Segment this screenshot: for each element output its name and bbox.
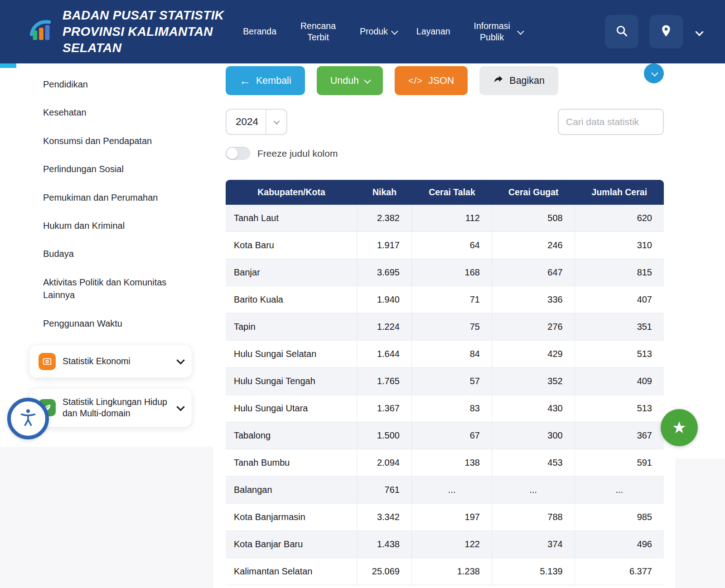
value-cell: 985 — [575, 504, 664, 531]
value-cell: 1.940 — [357, 286, 412, 313]
column-header-cerai-talak: Cerai Talak — [412, 180, 492, 205]
sidebar-group-label: Statistik Ekonomi — [63, 356, 170, 367]
value-cell: 374 — [492, 531, 575, 558]
location-button[interactable] — [649, 15, 683, 48]
value-cell: 352 — [492, 368, 575, 395]
code-icon: </> — [408, 76, 423, 86]
nav-item-produk[interactable]: Produk — [360, 26, 396, 37]
value-cell: 591 — [575, 449, 664, 477]
value-cell: 6.377 — [575, 558, 664, 585]
sidebar-item-konsumsi-dan-pendapatan[interactable]: Konsumsi dan Pendapatan — [43, 135, 181, 147]
main-content: ← Kembali Unduh </> JSON Bagikan — [196, 66, 725, 585]
nav-item-informasi-publik[interactable]: Informasi Publik — [470, 20, 522, 43]
row-label-cell: Tabalong — [226, 422, 357, 449]
chevron-down-icon — [273, 118, 280, 125]
row-label-cell: Kota Baru — [226, 232, 357, 259]
value-cell: 1.438 — [357, 531, 412, 558]
chevron-down-icon — [517, 28, 524, 35]
row-label-cell: Hulu Sungai Selatan — [226, 341, 357, 368]
year-select[interactable]: 2024 — [226, 109, 287, 135]
table-body: Tanah Laut2.382112508620Kota Baru1.91764… — [226, 205, 664, 585]
location-pin-icon — [659, 24, 673, 39]
nav-item-label: Produk — [360, 26, 388, 37]
column-header-kabupaten-kota: Kabupaten/Kota — [226, 180, 357, 205]
row-label-cell: Hulu Sungai Utara — [226, 395, 357, 422]
value-cell: 761 — [357, 477, 412, 504]
sidebar-item-hukum-dan-kriminal[interactable]: Hukum dan Kriminal — [43, 219, 181, 232]
value-cell: 513 — [575, 395, 664, 422]
value-cell: 1.765 — [357, 368, 412, 395]
value-cell: ... — [492, 477, 575, 504]
row-label-cell: Kota Banjarmasin — [226, 504, 357, 531]
collapse-panel-button[interactable] — [644, 63, 664, 83]
nav-item-layanan[interactable]: Layanan — [416, 26, 450, 37]
table-row: Kalimantan Selatan25.0691.2385.1396.377 — [226, 558, 664, 585]
value-cell: 138 — [412, 449, 492, 477]
value-cell: 409 — [575, 368, 664, 395]
value-cell: 310 — [575, 232, 664, 259]
sidebar-items: PendidikanKesehatanKonsumsi dan Pendapat… — [43, 78, 196, 330]
header-actions — [605, 15, 702, 48]
sidebar-item-pendidikan[interactable]: Pendidikan — [43, 78, 181, 91]
sidebar-item-budaya[interactable]: Budaya — [43, 247, 181, 260]
chevron-down-icon — [651, 69, 658, 77]
table-row: Hulu Sungai Tengah1.76557352409 — [226, 368, 664, 395]
value-cell: 67 — [412, 422, 492, 449]
download-button[interactable]: Unduh — [317, 66, 383, 95]
search-input[interactable] — [558, 109, 664, 135]
row-label-cell: Banjar — [226, 259, 357, 286]
sidebar-group-statistik-ekonomi[interactable]: Statistik Ekonomi — [29, 345, 192, 378]
share-arrow-icon — [493, 74, 504, 87]
nav-item-beranda[interactable]: Beranda — [243, 26, 276, 37]
value-cell: 57 — [412, 368, 492, 395]
value-cell: 3.695 — [357, 259, 412, 286]
sidebar-group-label: Statistik Lingkungan Hidup dan Multi-dom… — [63, 396, 170, 419]
sidebar-item-penggunaan-waktu[interactable]: Penggunaan Waktu — [43, 317, 181, 330]
row-label-cell: Kalimantan Selatan — [226, 558, 357, 585]
share-button[interactable]: Bagikan — [479, 66, 558, 95]
share-button-label: Bagikan — [509, 75, 545, 87]
page-content: PendidikanKesehatanKonsumsi dan Pendapat… — [0, 66, 725, 585]
download-button-label: Unduh — [330, 75, 359, 87]
bps-brand[interactable]: BADAN PUSAT STATISTIK PROVINSI KALIMANTA… — [27, 7, 224, 56]
column-header-cerai-gugat: Cerai Gugat — [492, 180, 575, 205]
table-row: Tabalong1.50067300367 — [226, 422, 664, 449]
value-cell: 168 — [412, 259, 492, 286]
sidebar-item-kesehatan[interactable]: Kesehatan — [43, 106, 181, 119]
value-cell: 300 — [492, 422, 575, 449]
sidebar-group-statistik-lingkungan[interactable]: Statistik Lingkungan Hidup dan Multi-dom… — [29, 389, 192, 427]
value-cell: 351 — [575, 313, 664, 341]
value-cell: 25.069 — [357, 558, 412, 585]
row-label-cell: Balangan — [226, 477, 357, 504]
sidebar-item-perlindungan-sosial[interactable]: Perlindungan Sosial — [43, 163, 181, 175]
subject-sidebar: PendidikanKesehatanKonsumsi dan Pendapat… — [0, 66, 196, 438]
row-label-cell: Kota Banjar Baru — [226, 531, 357, 558]
value-cell: 815 — [575, 259, 664, 286]
favorite-fab-button[interactable]: ★ — [661, 409, 698, 446]
nav-item-label: Rencana Terbit — [296, 20, 340, 43]
search-icon — [615, 24, 628, 39]
accessibility-button[interactable] — [7, 398, 49, 439]
search-button[interactable] — [605, 15, 638, 48]
statistics-table: Kabupaten/KotaNikahCerai TalakCerai Guga… — [226, 180, 664, 585]
row-label-cell: Barito Kuala — [226, 286, 357, 313]
sidebar-item-pemukiman-dan-perumahan[interactable]: Pemukiman dan Perumahan — [43, 191, 181, 204]
toggle-knob — [227, 148, 238, 159]
header-chevron-down-icon[interactable] — [695, 28, 703, 36]
value-cell: 367 — [575, 422, 664, 449]
chevron-down-icon — [176, 357, 184, 365]
accessibility-person-icon — [18, 407, 39, 430]
sidebar-item-aktivitas-politik-dan-komunitas-lainnya[interactable]: Aktivitas Politik dan Komunitas Lainnya — [43, 276, 181, 302]
chevron-down-icon — [364, 77, 371, 84]
filters-row: 2024 — [226, 109, 664, 135]
table-row: Hulu Sungai Selatan1.64484429513 — [226, 341, 664, 368]
freeze-toggle[interactable] — [226, 147, 250, 160]
value-cell: 1.367 — [357, 395, 412, 422]
nav-item-rencana-terbit[interactable]: Rencana Terbit — [296, 20, 340, 43]
value-cell: 2.382 — [357, 205, 412, 232]
back-button[interactable]: ← Kembali — [226, 66, 305, 95]
value-cell: 788 — [492, 504, 575, 531]
chevron-down-icon — [176, 403, 184, 411]
value-cell: 84 — [412, 341, 492, 368]
json-button[interactable]: </> JSON — [395, 66, 468, 95]
